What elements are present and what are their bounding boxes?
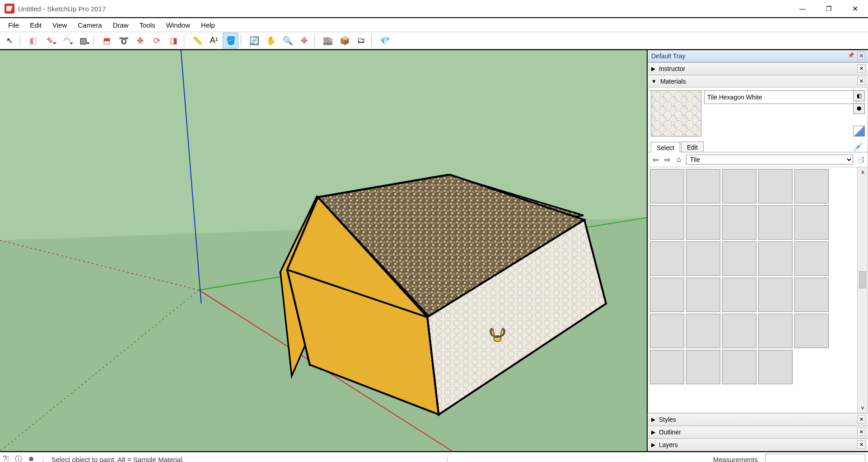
create-material-icon[interactable]: ⬢ bbox=[853, 103, 865, 114]
material-name-input[interactable] bbox=[704, 90, 857, 104]
material-tile[interactable] bbox=[794, 169, 829, 203]
material-tile[interactable] bbox=[650, 205, 684, 240]
material-tile[interactable] bbox=[686, 205, 720, 240]
material-tile[interactable] bbox=[650, 241, 684, 276]
materials-scrollbar[interactable]: ʌ v bbox=[857, 167, 868, 413]
orbit-tool[interactable]: 🔄 bbox=[246, 33, 262, 48]
move-tool[interactable]: ✥ bbox=[132, 33, 148, 48]
display-secondary-icon[interactable]: ◧ bbox=[853, 90, 865, 101]
tray-close-icon[interactable]: ✕ bbox=[857, 52, 865, 60]
instructor-panel-header[interactable]: ▶ Instructor ✕ bbox=[648, 62, 868, 75]
materials-close-icon[interactable]: ✕ bbox=[857, 77, 865, 85]
zoom-extents-tool[interactable]: ✥ bbox=[296, 33, 312, 48]
material-tile[interactable] bbox=[722, 241, 756, 276]
menu-file[interactable]: File bbox=[3, 19, 24, 31]
scroll-down-icon[interactable]: v bbox=[858, 403, 868, 413]
select-tool[interactable]: ↖ bbox=[2, 33, 18, 48]
offset-tool[interactable]: ➰ bbox=[116, 33, 131, 48]
menu-window[interactable]: Window bbox=[161, 19, 196, 31]
arc-tool[interactable]: ◠ bbox=[59, 33, 75, 48]
menu-tools[interactable]: Tools bbox=[134, 19, 161, 31]
person-icon[interactable]: ☻ bbox=[28, 455, 35, 462]
material-tile[interactable] bbox=[650, 314, 684, 348]
viewport-3d[interactable] bbox=[0, 50, 647, 451]
draw-line-tool[interactable]: ✎ bbox=[42, 33, 58, 48]
menu-view[interactable]: View bbox=[47, 19, 72, 31]
pan-tool[interactable]: ✋ bbox=[263, 33, 279, 48]
minimize-button[interactable] bbox=[789, 0, 816, 17]
material-tile[interactable] bbox=[794, 205, 829, 240]
menu-edit[interactable]: Edit bbox=[24, 19, 47, 31]
eraser-tool[interactable]: ◧ bbox=[25, 33, 41, 48]
material-tile[interactable] bbox=[686, 169, 720, 203]
paint-bucket-tool[interactable]: 🪣 bbox=[223, 33, 238, 48]
geo-icon[interactable]: ⓘ bbox=[15, 455, 22, 462]
zoom-tool[interactable]: 🔍 bbox=[280, 33, 295, 48]
nav-back-icon[interactable]: ⇦ bbox=[651, 156, 660, 164]
chevron-down-icon: ▼ bbox=[651, 78, 657, 85]
pushpull-tool[interactable]: ⬒ bbox=[99, 33, 115, 48]
maximize-button[interactable] bbox=[816, 0, 842, 17]
material-tile[interactable] bbox=[722, 314, 756, 348]
material-tile[interactable] bbox=[722, 169, 756, 203]
material-tile[interactable] bbox=[686, 241, 720, 276]
material-tile[interactable] bbox=[794, 314, 829, 348]
tab-edit[interactable]: Edit bbox=[681, 141, 704, 152]
material-tile[interactable] bbox=[686, 350, 720, 384]
instructor-panel-label: Instructor bbox=[659, 65, 685, 72]
layout-tool[interactable]: 🗂 bbox=[353, 33, 369, 48]
material-tile[interactable] bbox=[650, 350, 684, 384]
details-menu-icon[interactable]: 📑 bbox=[856, 156, 865, 163]
material-tile[interactable] bbox=[722, 350, 756, 384]
toolbar-separator bbox=[20, 34, 23, 47]
rotate-tool[interactable]: ⟳ bbox=[149, 33, 165, 48]
warehouse-tool[interactable]: 🏬 bbox=[320, 33, 336, 48]
help-icon[interactable]: ?⃝ bbox=[3, 455, 9, 462]
scroll-up-icon[interactable]: ʌ bbox=[858, 167, 868, 177]
material-tile[interactable] bbox=[758, 205, 793, 240]
styles-panel-header[interactable]: ▶ Styles ✕ bbox=[648, 413, 868, 426]
material-tile[interactable] bbox=[650, 169, 684, 203]
instructor-close-icon[interactable]: ✕ bbox=[857, 64, 865, 72]
material-tile[interactable] bbox=[758, 169, 793, 203]
material-tile[interactable] bbox=[686, 314, 720, 348]
shapes-tool[interactable]: ▧ bbox=[75, 33, 91, 48]
scale-tool[interactable]: ◨ bbox=[166, 33, 182, 48]
material-tile[interactable] bbox=[758, 278, 793, 312]
layers-close-icon[interactable]: ✕ bbox=[857, 440, 865, 448]
material-tile[interactable] bbox=[758, 350, 793, 384]
menu-draw[interactable]: Draw bbox=[107, 19, 134, 31]
menu-help[interactable]: Help bbox=[196, 19, 220, 31]
pin-icon[interactable]: 📌 bbox=[848, 52, 854, 58]
material-tile[interactable] bbox=[758, 241, 793, 276]
home-icon[interactable]: ⌂ bbox=[674, 156, 683, 164]
component-tool[interactable]: 📦 bbox=[336, 33, 352, 48]
material-tile[interactable] bbox=[722, 278, 756, 312]
tray-title[interactable]: Default Tray 📌 ✕ bbox=[648, 50, 868, 62]
current-material-swatch[interactable] bbox=[651, 90, 701, 137]
styles-close-icon[interactable]: ✕ bbox=[857, 415, 865, 423]
outliner-close-icon[interactable]: ✕ bbox=[857, 428, 865, 436]
extensions-tool[interactable]: 💎 bbox=[377, 33, 392, 48]
main-area: Default Tray 📌 ✕ ▶ Instructor ✕ ▼ Materi… bbox=[0, 49, 868, 452]
default-material-icon[interactable] bbox=[853, 126, 865, 137]
tape-measure-tool[interactable]: 📏 bbox=[189, 33, 205, 48]
eyedropper-icon[interactable]: 💉 bbox=[853, 142, 865, 152]
material-tile[interactable] bbox=[758, 314, 793, 348]
scroll-thumb[interactable] bbox=[859, 271, 866, 288]
menu-camera[interactable]: Camera bbox=[72, 19, 107, 31]
measurements-input[interactable] bbox=[765, 454, 865, 462]
text-tool[interactable]: A¹ bbox=[206, 33, 222, 48]
outliner-panel-header[interactable]: ▶ Outliner ✕ bbox=[648, 426, 868, 438]
material-tile[interactable] bbox=[650, 278, 684, 312]
material-tile[interactable] bbox=[722, 205, 756, 240]
material-tile[interactable] bbox=[686, 278, 720, 312]
material-tile[interactable] bbox=[794, 278, 829, 312]
materials-panel-header[interactable]: ▼ Materials ✕ bbox=[648, 75, 868, 88]
material-category-select[interactable]: Tile bbox=[686, 155, 853, 165]
layers-panel-header[interactable]: ▶ Layers ✕ bbox=[648, 438, 868, 451]
close-button[interactable] bbox=[842, 0, 868, 17]
material-tile[interactable] bbox=[794, 241, 829, 276]
tab-select[interactable]: Select bbox=[651, 142, 680, 152]
nav-forward-icon[interactable]: ⇨ bbox=[663, 156, 672, 164]
